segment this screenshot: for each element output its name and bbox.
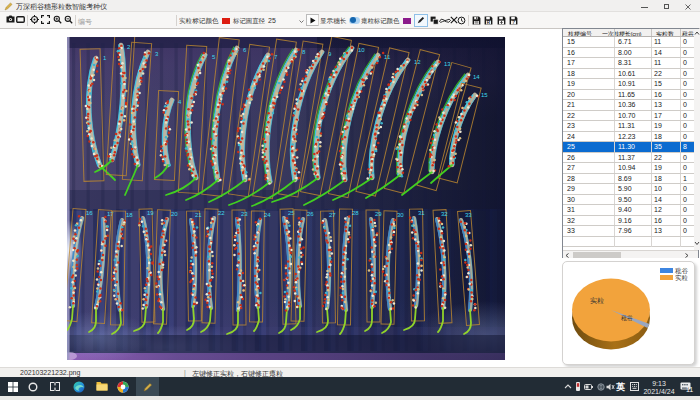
svg-text:33: 33 bbox=[465, 212, 472, 218]
svg-text:30: 30 bbox=[397, 212, 404, 218]
svg-text:20: 20 bbox=[171, 211, 178, 217]
svg-text:31: 31 bbox=[418, 210, 425, 216]
svg-text:21: 21 bbox=[195, 212, 202, 218]
svg-text:26: 26 bbox=[307, 211, 314, 217]
svg-text:15: 15 bbox=[481, 92, 488, 98]
svg-text:22: 22 bbox=[218, 210, 225, 216]
svg-text:18: 18 bbox=[126, 212, 133, 218]
svg-text:24: 24 bbox=[264, 212, 271, 218]
svg-text:29: 29 bbox=[375, 211, 382, 217]
svg-text:14: 14 bbox=[473, 74, 480, 80]
svg-text:28: 28 bbox=[352, 210, 359, 216]
svg-text:17: 17 bbox=[107, 211, 114, 217]
svg-text:?: ? bbox=[512, 20, 515, 25]
svg-text:10: 10 bbox=[358, 47, 365, 53]
svg-text:19: 19 bbox=[147, 210, 154, 216]
svg-text:27: 27 bbox=[329, 212, 336, 218]
svg-text:秕谷: 秕谷 bbox=[621, 315, 633, 322]
svg-text:23: 23 bbox=[241, 211, 248, 217]
svg-text:16: 16 bbox=[86, 210, 93, 216]
svg-text:实粒: 实粒 bbox=[590, 297, 604, 304]
svg-text:13: 13 bbox=[444, 61, 451, 67]
svg-text:32: 32 bbox=[441, 211, 448, 217]
svg-text:实粒: 实粒 bbox=[675, 274, 689, 281]
